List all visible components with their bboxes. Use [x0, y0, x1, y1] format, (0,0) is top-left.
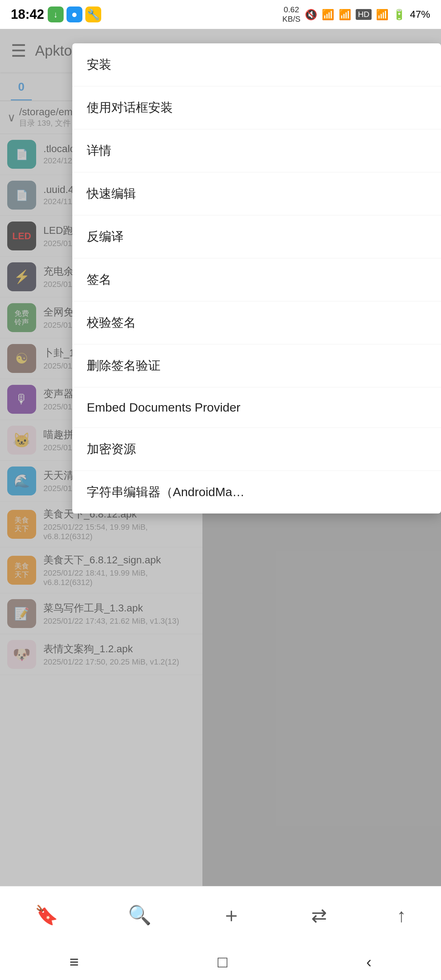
menu-item-decompile[interactable]: 反编译 — [72, 215, 441, 258]
swap-icon[interactable]: ⇄ — [311, 904, 327, 926]
tool-icon: 🔧 — [85, 6, 101, 22]
context-menu: 安装 使用对话框安装 详情 快速编辑 反编译 签名 校验签名 删除签名验证 Em… — [72, 43, 441, 514]
battery-icon: 🔋 — [393, 9, 406, 21]
bookmark-icon[interactable]: 🔖 — [35, 904, 58, 926]
menu-item-encrypt[interactable]: 加密资源 — [72, 428, 441, 471]
bottom-nav: 🔖 🔍 ＋ ⇄ ↑ — [0, 886, 441, 944]
chat-icon: ● — [67, 6, 83, 22]
menu-item-embed-docs[interactable]: Embed Documents Provider — [72, 387, 441, 428]
sys-menu-icon[interactable]: ≡ — [69, 953, 79, 971]
mute-icon: 🔇 — [305, 9, 317, 21]
menu-item-delete-sign[interactable]: 删除签名验证 — [72, 344, 441, 387]
menu-item-string-editor[interactable]: 字符串编辑器（AndroidMa… — [72, 471, 441, 514]
add-icon[interactable]: ＋ — [221, 902, 242, 929]
sys-home-icon[interactable]: □ — [218, 953, 228, 971]
system-nav-bar: ≡ □ ‹ — [0, 944, 441, 980]
battery-percent: 47% — [410, 9, 430, 20]
sys-back-icon[interactable]: ‹ — [366, 953, 372, 971]
status-left: 18:42 ↓ ● 🔧 — [11, 6, 101, 22]
network-speed: 0.62KB/S — [282, 5, 300, 24]
download-icon: ↓ — [48, 6, 64, 22]
menu-item-install-dialog[interactable]: 使用对话框安装 — [72, 86, 441, 129]
status-time: 18:42 — [11, 7, 44, 22]
status-bar: 18:42 ↓ ● 🔧 0.62KB/S 🔇 📶 📶 HD 📶 🔋 47% — [0, 0, 441, 29]
search-icon[interactable]: 🔍 — [128, 904, 151, 926]
status-right: 0.62KB/S 🔇 📶 📶 HD 📶 🔋 47% — [282, 5, 430, 24]
signal-icon: 📶 — [322, 9, 334, 21]
signal2-icon: 📶 — [339, 9, 351, 21]
menu-item-verify-sign[interactable]: 校验签名 — [72, 301, 441, 344]
status-icons-left: ↓ ● 🔧 — [48, 6, 101, 22]
menu-item-install[interactable]: 安装 — [72, 43, 441, 86]
menu-item-details[interactable]: 详情 — [72, 129, 441, 172]
upload-icon[interactable]: ↑ — [397, 904, 406, 926]
menu-item-sign[interactable]: 签名 — [72, 258, 441, 301]
hd-badge: HD — [356, 9, 372, 20]
wifi-icon: 📶 — [376, 9, 388, 21]
menu-item-quick-edit[interactable]: 快速编辑 — [72, 172, 441, 215]
